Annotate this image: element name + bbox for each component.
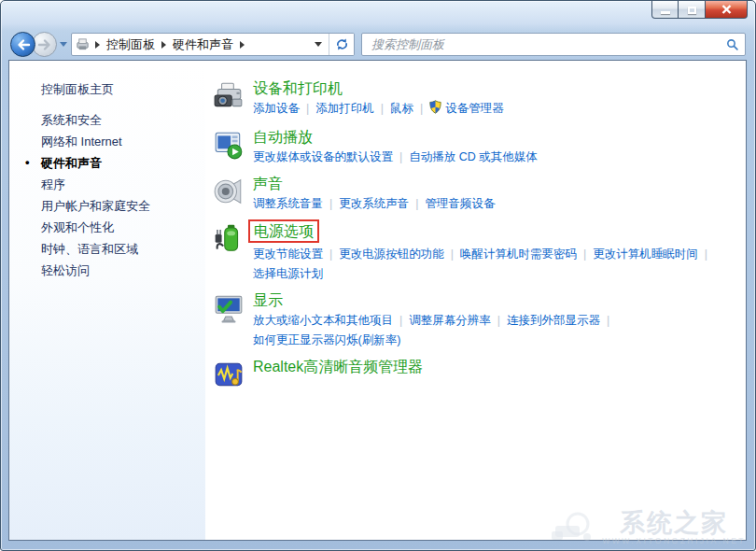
- breadcrumb-item-0[interactable]: 控制面板: [104, 36, 158, 53]
- section-heading-devices-printers[interactable]: 设备和打印机: [253, 79, 343, 97]
- link-devices-printers-0-0[interactable]: 添加设备: [253, 102, 300, 115]
- power-icon: [213, 222, 246, 256]
- section-display: 显示放大或缩小文本和其他项目|调整屏幕分辨率|连接到外部显示器|如何更正显示器闪…: [213, 291, 738, 350]
- realtek-icon[interactable]: [213, 359, 246, 392]
- breadcrumb: 控制面板硬件和声音: [72, 34, 329, 55]
- section-devices-printers: 设备和打印机添加设备|添加打印机|鼠标|设备管理器: [213, 79, 738, 120]
- link-power-options-1-0[interactable]: 选择电源计划: [253, 267, 323, 280]
- sidebar-item-7[interactable]: 轻松访问: [9, 260, 205, 281]
- autoplay-icon: [213, 129, 246, 162]
- breadcrumb-arrow-icon: [95, 41, 100, 49]
- link-display-0-2[interactable]: 连接到外部显示器: [507, 314, 600, 327]
- separator: |: [583, 247, 586, 261]
- sound-icon: [213, 176, 246, 209]
- control-panel-window: 控制面板硬件和声音 控制面板主页 系统和安全网络和 Internet•: [0, 0, 756, 551]
- separator: |: [497, 314, 500, 327]
- section-power-options: 电源选项更改节能设置|更改电源按钮的功能|唤醒计算机时需要密码|更改计算机睡眠时…: [213, 221, 738, 284]
- maximize-button[interactable]: [679, 1, 705, 19]
- sidebar-item-6[interactable]: 时钟、语言和区域: [9, 238, 205, 260]
- forward-arrow-icon: [37, 38, 52, 51]
- breadcrumb-item-1[interactable]: 硬件和声音: [170, 36, 236, 53]
- search-icon: [726, 38, 739, 51]
- link-power-options-0-0[interactable]: 更改节能设置: [253, 247, 323, 261]
- link-devices-printers-0-3[interactable]: 设备管理器: [445, 102, 504, 115]
- main-panel: 设备和打印机添加设备|添加打印机|鼠标|设备管理器自动播放更改媒体或设备的默认设…: [205, 61, 746, 540]
- link-display-0-1[interactable]: 调整屏幕分辨率: [409, 314, 491, 327]
- minimize-icon: [661, 11, 670, 14]
- window-controls: [651, 1, 748, 19]
- uac-shield-icon: [429, 100, 441, 120]
- sidebar: 控制面板主页 系统和安全网络和 Internet•硬件和声音程序用户帐户和家庭安…: [9, 61, 205, 540]
- link-power-options-0-1[interactable]: 更改电源按钮的功能: [339, 247, 444, 261]
- search-input[interactable]: [370, 36, 726, 52]
- close-icon: [721, 5, 732, 14]
- link-power-options-0-2[interactable]: 唤醒计算机时需要密码: [460, 247, 577, 261]
- section-sound: 声音调整系统音量|更改系统声音|管理音频设备: [213, 175, 738, 214]
- link-power-options-0-3[interactable]: 更改计算机睡眠时间: [593, 247, 698, 261]
- sidebar-item-3[interactable]: 程序: [9, 174, 205, 195]
- separator: |: [329, 247, 332, 261]
- link-sound-0-1[interactable]: 更改系统声音: [339, 197, 409, 210]
- link-row: 选择电源计划: [253, 264, 714, 284]
- link-row: 更改节能设置|更改电源按钮的功能|唤醒计算机时需要密码|更改计算机睡眠时间|: [253, 245, 714, 264]
- link-devices-printers-0-2[interactable]: 鼠标: [390, 102, 413, 115]
- search-box: [361, 33, 746, 56]
- separator: |: [420, 102, 423, 115]
- section-autoplay: 自动播放更改媒体或设备的默认设置|自动播放 CD 或其他媒体: [213, 128, 738, 167]
- address-dropdown-icon[interactable]: [315, 42, 322, 47]
- link-display-1-0[interactable]: 如何更正显示器闪烁(刷新率): [253, 333, 400, 346]
- active-bullet-icon: •: [25, 155, 30, 169]
- section-heading-realtek[interactable]: Realtek高清晰音频管理器: [253, 358, 423, 375]
- link-autoplay-0-0[interactable]: 更改媒体或设备的默认设置: [253, 150, 393, 163]
- recent-pages-dropdown[interactable]: [60, 42, 67, 47]
- separator: |: [415, 197, 418, 210]
- section-heading-power-options[interactable]: 电源选项: [248, 219, 319, 243]
- separator: |: [399, 150, 402, 163]
- link-row: 添加设备|添加打印机|鼠标|设备管理器: [253, 99, 504, 120]
- main-sections: 设备和打印机添加设备|添加打印机|鼠标|设备管理器自动播放更改媒体或设备的默认设…: [213, 79, 738, 392]
- address-bar: 控制面板硬件和声音: [71, 33, 355, 56]
- link-autoplay-0-1[interactable]: 自动播放 CD 或其他媒体: [409, 150, 538, 163]
- refresh-icon: [335, 37, 349, 51]
- link-sound-0-2[interactable]: 管理音频设备: [426, 197, 496, 210]
- section-heading-sound[interactable]: 声音: [253, 175, 283, 192]
- sidebar-item-1[interactable]: 网络和 Internet: [9, 131, 205, 152]
- close-button[interactable]: [705, 1, 748, 19]
- sidebar-item-5[interactable]: 外观和个性化: [9, 217, 205, 238]
- minimize-button[interactable]: [651, 1, 679, 19]
- sidebar-item-home[interactable]: 控制面板主页: [9, 78, 205, 100]
- separator: |: [399, 314, 402, 327]
- forward-button[interactable]: [32, 32, 57, 57]
- section-realtek: Realtek高清晰音频管理器: [213, 358, 738, 392]
- section-heading-autoplay[interactable]: 自动播放: [253, 128, 313, 146]
- breadcrumb-arrow-icon: [240, 41, 245, 49]
- separator: |: [607, 314, 609, 327]
- sidebar-item-2[interactable]: •硬件和声音: [9, 152, 205, 174]
- breadcrumb-arrow-icon: [161, 41, 166, 49]
- link-row: 更改媒体或设备的默认设置|自动播放 CD 或其他媒体: [253, 148, 538, 167]
- section-heading-display[interactable]: 显示: [253, 291, 283, 309]
- separator: |: [306, 102, 309, 115]
- link-row: 调整系统音量|更改系统声音|管理音频设备: [253, 194, 496, 214]
- back-button[interactable]: [10, 32, 35, 57]
- back-arrow-icon: [16, 38, 31, 51]
- navigation-bar: 控制面板硬件和声音: [1, 29, 755, 60]
- devices-printers-icon: [213, 80, 246, 114]
- content-area: 控制面板主页 系统和安全网络和 Internet•硬件和声音程序用户帐户和家庭安…: [8, 60, 747, 541]
- link-display-0-0[interactable]: 放大或缩小文本和其他项目: [253, 314, 393, 327]
- sidebar-item-4[interactable]: 用户帐户和家庭安全: [9, 195, 205, 217]
- separator: |: [381, 102, 384, 115]
- separator: |: [329, 197, 332, 210]
- link-devices-printers-0-1[interactable]: 添加打印机: [315, 102, 374, 115]
- sidebar-category-list: 系统和安全网络和 Internet•硬件和声音程序用户帐户和家庭安全外观和个性化…: [9, 109, 205, 281]
- sidebar-item-0[interactable]: 系统和安全: [9, 109, 205, 131]
- maximize-icon: [688, 7, 696, 14]
- separator: |: [705, 247, 707, 261]
- link-row: 如何更正显示器闪烁(刷新率): [253, 331, 616, 350]
- refresh-button[interactable]: [329, 34, 354, 55]
- link-sound-0-0[interactable]: 调整系统音量: [253, 197, 323, 210]
- display-icon: [213, 292, 246, 326]
- hardware-category-icon: [76, 37, 90, 51]
- link-row: 放大或缩小文本和其他项目|调整屏幕分辨率|连接到外部显示器|: [253, 311, 616, 331]
- separator: |: [451, 247, 454, 261]
